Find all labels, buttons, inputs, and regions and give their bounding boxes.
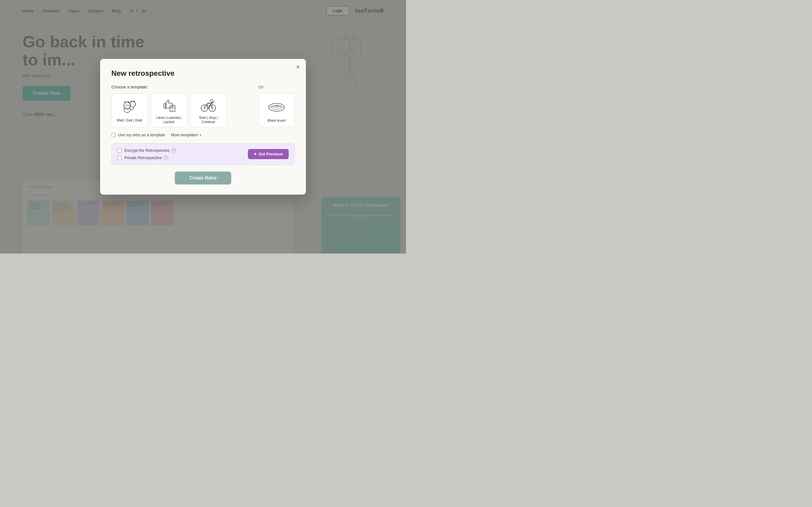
template-card-liked-learned-lacked[interactable]: Liked | Learned | Lacked	[151, 93, 187, 127]
svg-point-10	[130, 101, 136, 107]
svg-line-14	[128, 106, 130, 106]
crown-icon: ✦	[253, 152, 257, 156]
blank-board-icon	[267, 98, 286, 116]
svg-line-13	[124, 106, 126, 106]
liked-learned-lacked-label: Liked | Learned | Lacked	[153, 116, 185, 124]
more-templates-label: More templates	[171, 133, 198, 137]
use-my-retro-checkbox-label[interactable]: Use my retro as a template	[111, 133, 165, 137]
start-stop-continue-icon	[199, 96, 217, 114]
svg-point-12	[128, 105, 129, 106]
template-card-mad-sad-glad[interactable]: Mad | Sad | Glad	[111, 93, 147, 127]
private-row: Private Retrospective ?	[117, 156, 175, 160]
template-section: Choose a template:	[111, 84, 295, 127]
modal-close-button[interactable]: ×	[296, 64, 300, 70]
svg-point-28	[210, 100, 213, 102]
template-card-blank[interactable]: Blank board	[259, 93, 295, 127]
liked-learned-lacked-icon	[160, 96, 178, 114]
encrypt-label: Encrypt the Retrospective ?	[124, 148, 175, 153]
blank-board-label: Blank board	[267, 119, 286, 122]
modal-overlay[interactable]: × New retrospective Choose a template:	[0, 0, 406, 253]
mad-sad-glad-label: Mad | Sad | Glad	[117, 118, 142, 123]
svg-point-11	[126, 105, 127, 106]
or-label: Or:	[259, 84, 264, 89]
start-stop-continue-label: Start | Stop | Continue	[193, 116, 224, 124]
private-label-text: Private Retrospective	[124, 156, 162, 160]
more-templates-button[interactable]: More templates ▾	[171, 133, 201, 137]
modal-title: New retrospective	[111, 69, 295, 78]
premium-section: Encrypt the Retrospective ? Private Retr…	[111, 144, 295, 165]
private-help-icon[interactable]: ?	[163, 156, 168, 160]
encrypt-label-text: Encrypt the Retrospective	[124, 148, 169, 153]
new-retrospective-modal: × New retrospective Choose a template:	[100, 59, 306, 194]
use-my-retro-label-text: Use my retro as a template	[118, 133, 165, 137]
template-right: Or: Blank board	[252, 84, 295, 127]
svg-point-29	[269, 103, 285, 111]
template-cards: Mad | Sad | Glad	[111, 93, 252, 127]
svg-point-9	[124, 102, 131, 109]
get-premium-button[interactable]: ✦ Get Premium	[248, 149, 289, 159]
encrypt-row: Encrypt the Retrospective ?	[117, 148, 175, 153]
premium-checkboxes: Encrypt the Retrospective ? Private Retr…	[117, 148, 175, 160]
choose-template-label: Choose a template:	[111, 84, 252, 89]
svg-rect-15	[164, 104, 166, 108]
get-premium-label: Get Premium	[259, 152, 283, 156]
template-card-start-stop-continue[interactable]: Start | Stop | Continue	[190, 93, 226, 127]
chevron-down-icon: ▾	[200, 133, 201, 137]
encrypt-help-icon[interactable]: ?	[171, 148, 175, 153]
private-checkbox[interactable]	[117, 156, 121, 160]
private-label: Private Retrospective ?	[124, 156, 168, 160]
create-retro-button[interactable]: Create Retro	[175, 172, 231, 184]
template-left: Choose a template:	[111, 84, 252, 127]
encrypt-checkbox[interactable]	[117, 149, 121, 153]
use-my-retro-checkbox[interactable]	[111, 133, 116, 137]
svg-point-31	[274, 106, 279, 108]
template-options: Use my retro as a template More template…	[111, 133, 295, 137]
mad-sad-glad-icon	[120, 98, 139, 116]
